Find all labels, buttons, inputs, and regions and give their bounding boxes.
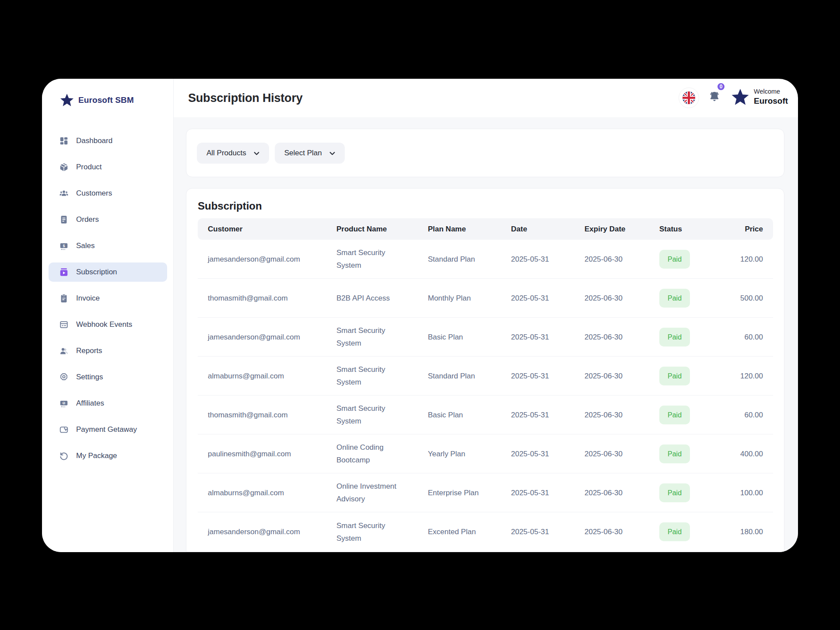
date-cell: 2025-05-31 (511, 448, 584, 460)
sidebar-item-label: Payment Getaway (76, 425, 137, 434)
sidebar-item-label: Webhook Events (76, 320, 132, 329)
affiliates-icon: $ (59, 399, 69, 408)
status-badge: Paid (659, 367, 690, 385)
price-cell: 500.00 (712, 292, 763, 304)
plan-name-cell: Basic Plan (428, 409, 511, 421)
expiry-date-cell: 2025-06-30 (584, 525, 659, 538)
status-cell: Paid (659, 522, 712, 541)
welcome-label: Welcome (754, 88, 788, 95)
invoice-icon (59, 294, 69, 303)
product-filter-dropdown[interactable]: All Products (197, 143, 269, 164)
column-header-plan-name: Plan Name (428, 225, 511, 234)
table-row[interactable]: almaburns@gmail.comSmart Security System… (198, 357, 773, 396)
plan-name-cell: Enterprise Plan (428, 486, 511, 499)
customer-cell: almaburns@gmail.com (208, 370, 336, 382)
price-cell: 60.00 (712, 409, 763, 421)
chevron-down-icon (329, 150, 336, 157)
user-name: Eurosoft (754, 96, 788, 106)
product-icon (59, 162, 69, 172)
uk-flag-icon (682, 91, 695, 104)
table-row[interactable]: jamesanderson@gmail.comSmart Security Sy… (198, 240, 773, 279)
star-avatar-icon (731, 88, 750, 107)
app-window: Eurosoft SBM DashboardProductCustomersOr… (42, 79, 798, 552)
sidebar-item-subscription[interactable]: Subscription (49, 262, 167, 282)
chevron-down-icon (253, 150, 260, 157)
sidebar-nav: DashboardProductCustomersOrders$SalesSub… (49, 131, 167, 472)
product-name-cell: Smart Security System (336, 363, 398, 388)
product-filter-label: All Products (206, 149, 246, 158)
subscription-table: CustomerProduct NamePlan NameDateExpiry … (198, 218, 773, 551)
table-row[interactable]: paulinesmith@gmail.comOnline Coding Boot… (198, 434, 773, 473)
status-badge: Paid (659, 289, 690, 308)
subscription-card: Subscription CustomerProduct NamePlan Na… (186, 188, 784, 552)
sales-icon: $ (59, 241, 69, 251)
price-cell: 180.00 (712, 525, 763, 538)
filter-card: All Products Select Plan (186, 129, 784, 177)
sidebar-item-orders[interactable]: Orders (49, 210, 167, 229)
table-row[interactable]: thomasmith@gmail.comB2B API AccessMonthl… (198, 279, 773, 318)
customer-cell: jamesanderson@gmail.com (208, 331, 336, 343)
table-row[interactable]: jamesanderson@gmail.comSmart Security Sy… (198, 318, 773, 357)
sidebar-item-product[interactable]: Product (49, 158, 167, 177)
status-cell: Paid (659, 367, 712, 385)
sidebar-item-reports[interactable]: Reports (49, 341, 167, 360)
sidebar-item-payment-getaway[interactable]: Payment Getaway (49, 420, 167, 439)
sidebar-item-sales[interactable]: $Sales (49, 236, 167, 256)
sidebar-item-label: Subscription (76, 268, 117, 276)
table-row[interactable]: almaburns@gmail.comOnline Investment Adv… (198, 473, 773, 512)
status-cell: Paid (659, 328, 712, 346)
table-row[interactable]: thomasmith@gmail.comSmart Security Syste… (198, 396, 773, 434)
payment-gateway-icon (59, 425, 69, 434)
status-cell: Paid (659, 444, 712, 463)
sidebar-item-my-package[interactable]: My Package (49, 446, 167, 466)
sidebar-item-label: Product (76, 163, 102, 172)
sidebar-item-label: My Package (76, 452, 117, 460)
table-row[interactable]: jamesanderson@gmail.comSmart Security Sy… (198, 512, 773, 551)
section-title: Subscription (198, 200, 262, 212)
user-avatar[interactable] (731, 88, 750, 107)
expiry-date-cell: 2025-06-30 (584, 448, 659, 460)
filter-row: All Products Select Plan (186, 129, 784, 164)
sidebar-item-invoice[interactable]: Invoice (49, 289, 167, 308)
star-logo-icon (60, 93, 74, 108)
orders-icon (59, 215, 69, 224)
column-header-customer: Customer (208, 225, 336, 234)
notifications-button[interactable] (708, 90, 721, 103)
subscription-icon (59, 267, 69, 277)
welcome-block: Welcome Eurosoft (754, 88, 788, 106)
plan-filter-label: Select Plan (284, 149, 322, 158)
date-cell: 2025-05-31 (511, 525, 584, 538)
sidebar-item-label: Settings (76, 373, 103, 382)
sidebar-item-dashboard[interactable]: Dashboard (49, 131, 167, 150)
column-header-price: Price (712, 225, 763, 234)
date-cell: 2025-05-31 (511, 331, 584, 343)
status-badge: Paid (659, 328, 690, 346)
sidebar-item-label: Reports (76, 346, 102, 355)
price-cell: 100.00 (712, 486, 763, 499)
price-cell: 400.00 (712, 448, 763, 460)
column-header-status: Status (659, 225, 712, 234)
sidebar-item-settings[interactable]: Settings (49, 368, 167, 387)
expiry-date-cell: 2025-06-30 (584, 331, 659, 343)
column-header-product-name: Product Name (336, 225, 428, 234)
expiry-date-cell: 2025-06-30 (584, 370, 659, 382)
sidebar-item-label: Affiliates (76, 399, 104, 408)
plan-filter-dropdown[interactable]: Select Plan (275, 143, 345, 164)
sidebar-item-customers[interactable]: Customers (49, 184, 167, 203)
sidebar-item-affiliates[interactable]: $Affiliates (49, 394, 167, 413)
customer-cell: jamesanderson@gmail.com (208, 525, 336, 538)
product-name-cell: Smart Security System (336, 402, 398, 427)
sidebar-item-label: Invoice (76, 294, 100, 303)
product-name-cell: Smart Security System (336, 519, 398, 545)
sidebar-item-label: Sales (76, 242, 95, 250)
language-flag-button[interactable] (679, 88, 699, 108)
column-header-expiry-date: Expiry Date (584, 225, 659, 234)
date-cell: 2025-05-31 (511, 409, 584, 421)
status-badge: Paid (659, 444, 690, 463)
sidebar-item-webhook-events[interactable]: Webhook Events (49, 315, 167, 334)
status-badge: Paid (659, 483, 690, 502)
price-cell: 60.00 (712, 331, 763, 343)
status-badge: Paid (659, 522, 690, 541)
product-name-cell: Smart Security System (336, 246, 398, 272)
expiry-date-cell: 2025-06-30 (584, 292, 659, 304)
